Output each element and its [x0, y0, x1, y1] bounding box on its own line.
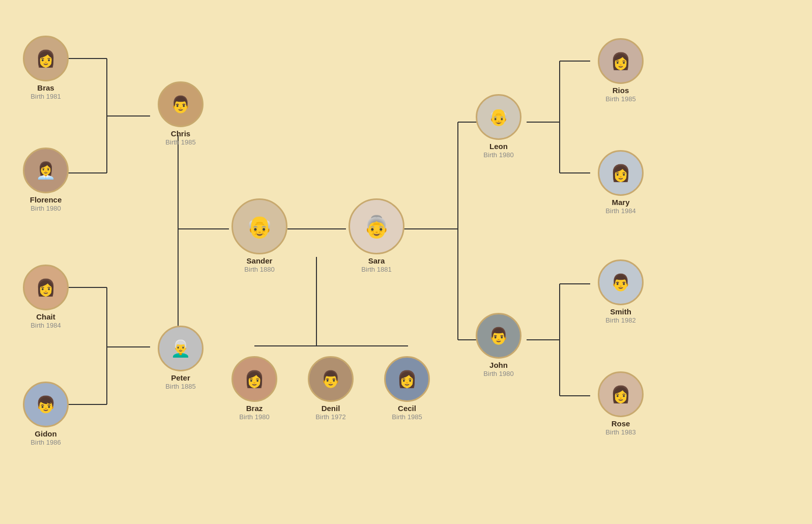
avatar-denil: 👨	[308, 356, 354, 402]
name-sander: Sander	[247, 256, 273, 265]
person-gidon: 👦 Gidon Birth 1986	[15, 382, 76, 446]
birth-rios: Birth 1985	[605, 95, 635, 103]
birth-chait: Birth 1984	[31, 322, 61, 329]
avatar-john: 👨	[476, 313, 521, 359]
name-sara: Sara	[368, 256, 385, 265]
person-mary: 👩 Mary Birth 1984	[590, 150, 651, 215]
birth-florence: Birth 1980	[31, 205, 61, 212]
birth-john: Birth 1980	[483, 370, 513, 377]
avatar-chris: 👨	[158, 81, 204, 127]
name-rios: Rios	[613, 86, 629, 95]
avatar-rios: 👩	[598, 38, 644, 84]
person-john: 👨 John Birth 1980	[468, 313, 529, 377]
person-peter: 👨‍🦳 Peter Birth 1885	[150, 326, 211, 390]
name-chris: Chris	[171, 129, 190, 138]
birth-gidon: Birth 1986	[31, 439, 61, 446]
person-smith: 👨 Smith Birth 1982	[590, 259, 651, 324]
name-mary: Mary	[612, 198, 629, 207]
avatar-gidon: 👦	[23, 382, 69, 427]
person-rios: 👩 Rios Birth 1985	[590, 38, 651, 103]
person-sander: 👴 Sander Birth 1880	[229, 198, 290, 273]
person-sara: 👵 Sara Birth 1881	[346, 198, 407, 273]
page-title	[0, 0, 812, 41]
person-rose: 👩 Rose Birth 1983	[590, 371, 651, 436]
birth-sara: Birth 1881	[361, 266, 391, 273]
birth-sander: Birth 1880	[244, 266, 274, 273]
avatar-sara: 👵	[349, 198, 404, 254]
avatar-rose: 👩	[598, 371, 644, 417]
avatar-braz: 👩	[231, 356, 277, 402]
name-smith: Smith	[610, 307, 631, 316]
name-florence: Florence	[30, 195, 62, 204]
person-cecil: 👩 Cecil Birth 1985	[376, 356, 438, 421]
birth-cecil: Birth 1985	[392, 413, 422, 421]
person-bras: 👩 Bras Birth 1981	[15, 36, 76, 100]
birth-leon: Birth 1980	[483, 151, 513, 159]
avatar-sander: 👴	[231, 198, 287, 254]
birth-bras: Birth 1981	[31, 93, 61, 100]
avatar-peter: 👨‍🦳	[158, 326, 204, 371]
name-rose: Rose	[612, 419, 630, 428]
name-peter: Peter	[171, 373, 190, 382]
name-bras: Bras	[37, 83, 54, 92]
birth-peter: Birth 1885	[165, 383, 195, 390]
person-braz: 👩 Braz Birth 1980	[224, 356, 285, 421]
birth-denil: Birth 1972	[315, 413, 345, 421]
avatar-mary: 👩	[598, 150, 644, 196]
avatar-florence: 👩‍💼	[23, 148, 69, 193]
name-braz: Braz	[246, 404, 263, 413]
name-chait: Chait	[36, 312, 55, 321]
person-chait: 👩 Chait Birth 1984	[15, 265, 76, 329]
avatar-chait: 👩	[23, 265, 69, 310]
avatar-smith: 👨	[598, 259, 644, 305]
birth-smith: Birth 1982	[605, 316, 635, 324]
name-leon: Leon	[489, 142, 508, 151]
birth-chris: Birth 1985	[165, 138, 195, 146]
name-denil: Denil	[322, 404, 340, 413]
birth-rose: Birth 1983	[605, 428, 635, 436]
birth-braz: Birth 1980	[239, 413, 269, 421]
person-florence: 👩‍💼 Florence Birth 1980	[15, 148, 76, 212]
person-chris: 👨 Chris Birth 1985	[150, 81, 211, 146]
name-john: John	[489, 361, 508, 369]
avatar-bras: 👩	[23, 36, 69, 81]
avatar-leon: 👴	[476, 94, 521, 140]
person-denil: 👨 Denil Birth 1972	[300, 356, 361, 421]
name-gidon: Gidon	[35, 429, 56, 438]
avatar-cecil: 👩	[384, 356, 430, 402]
person-leon: 👴 Leon Birth 1980	[468, 94, 529, 159]
name-cecil: Cecil	[398, 404, 416, 413]
birth-mary: Birth 1984	[605, 207, 635, 215]
